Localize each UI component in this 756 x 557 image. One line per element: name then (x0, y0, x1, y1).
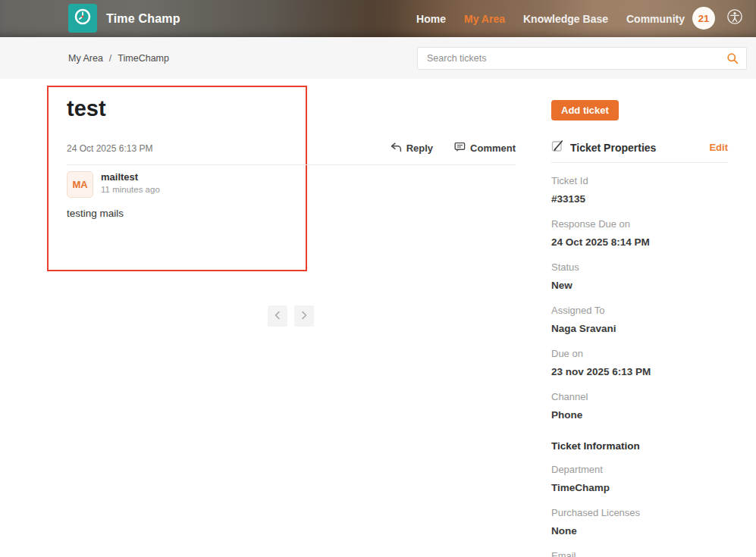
thread-actions: Reply Comment (67, 142, 516, 155)
field-status: Status New (551, 261, 728, 293)
reply-icon (391, 142, 402, 155)
thread-timestamp: 11 minutes ago (101, 185, 160, 194)
search-box (417, 47, 747, 70)
field-value: Naga Sravani (551, 322, 728, 336)
nav-item-community[interactable]: Community (626, 13, 685, 25)
field-assigned-to: Assigned To Naga Sravani (551, 305, 728, 336)
field-ticket-id: Ticket Id #33135 (551, 175, 728, 206)
breadcrumb: My Area / TimeChamp (68, 37, 169, 79)
field-value: New (551, 279, 728, 293)
ticket-information-title: Ticket Information (551, 440, 728, 452)
breadcrumb-separator: / (109, 53, 111, 64)
prev-page-button[interactable] (268, 305, 287, 327)
field-value: None (551, 524, 728, 538)
ticket-properties-header: Ticket Properties Edit (551, 139, 728, 155)
thread-body: testing mails (67, 208, 124, 219)
thread-divider (67, 164, 516, 165)
nav-item-home[interactable]: Home (416, 13, 446, 25)
properties-divider (551, 162, 728, 163)
ticket-properties-title: Ticket Properties (570, 142, 703, 154)
pagination (268, 305, 314, 327)
accessibility-icon (726, 8, 743, 28)
field-label: Department (551, 464, 728, 476)
nav-item-knowledge-base[interactable]: Knowledge Base (523, 13, 608, 25)
search-input[interactable] (418, 53, 726, 64)
field-channel: Channel Phone (551, 391, 728, 422)
accessibility-button[interactable] (726, 9, 744, 27)
field-department: Department TimeChamp (551, 464, 728, 495)
reply-button[interactable]: Reply (391, 142, 433, 155)
edit-note-icon (551, 139, 564, 155)
chevron-left-icon (274, 311, 281, 322)
field-label: Channel (551, 391, 728, 403)
notification-badge[interactable]: 21 (692, 7, 715, 30)
field-label: Assigned To (551, 305, 728, 317)
field-label: Status (551, 261, 728, 274)
field-purchased-licenses: Purchased Licenses None (551, 507, 728, 538)
thread-author: mailtest (101, 171, 138, 183)
clock-icon (73, 7, 93, 30)
avatar: MA (67, 171, 93, 198)
brand-logo[interactable] (68, 4, 97, 33)
field-label: Due on (551, 348, 728, 360)
field-value: TimeChamp (551, 481, 728, 495)
field-label: Email (551, 550, 728, 557)
brand-title: Time Champ (106, 0, 180, 37)
comment-button[interactable]: Comment (454, 142, 516, 155)
comment-icon (454, 142, 466, 155)
breadcrumb-bar: My Area / TimeChamp (0, 37, 756, 79)
search-icon[interactable] (726, 52, 739, 64)
field-value: #33135 (551, 192, 728, 206)
field-label: Ticket Id (551, 175, 728, 187)
edit-properties-link[interactable]: Edit (709, 142, 728, 153)
ticket-title: test (67, 96, 106, 121)
field-due-on: Due on 23 nov 2025 6:13 PM (551, 348, 728, 379)
field-label: Response Due on (551, 218, 728, 230)
comment-label: Comment (470, 142, 516, 154)
field-value: Phone (551, 408, 728, 422)
breadcrumb-my-area[interactable]: My Area (68, 53, 103, 64)
add-ticket-button[interactable]: Add ticket (551, 100, 619, 120)
field-value: 23 nov 2025 6:13 PM (551, 365, 728, 379)
next-page-button[interactable] (294, 305, 314, 327)
chevron-right-icon (300, 311, 308, 322)
field-email: Email (551, 550, 728, 557)
breadcrumb-timechamp[interactable]: TimeChamp (118, 53, 169, 64)
nav-item-my-area[interactable]: My Area (464, 13, 505, 25)
reply-label: Reply (406, 142, 433, 154)
field-label: Purchased Licenses (551, 507, 728, 519)
ticket-sidebar: Add ticket Ticket Properties Edit Ticket… (551, 79, 728, 557)
main-nav: Home My Area Knowledge Base Community (416, 0, 685, 37)
field-response-due: Response Due on 24 Oct 2025 8:14 PM (551, 218, 728, 249)
top-nav: Time Champ Home My Area Knowledge Base C… (0, 0, 756, 37)
field-value: 24 Oct 2025 8:14 PM (551, 236, 728, 249)
